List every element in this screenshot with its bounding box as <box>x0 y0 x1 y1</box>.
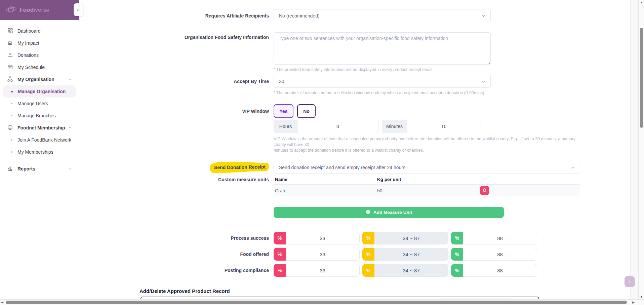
sidebar-item-my-organisation[interactable]: My Organisation <box>0 73 79 85</box>
horizontal-scrollbar-thumb[interactable] <box>6 301 627 304</box>
vip-window-row: VIP Window Yes No <box>79 104 630 118</box>
bullet-icon <box>11 115 12 116</box>
sidebar-item-label: Join A FoodBank Network <box>17 137 71 143</box>
hours-label: Hours <box>274 120 297 133</box>
low-threshold-input[interactable] <box>286 264 360 277</box>
sidebar-collapse-button[interactable]: « <box>74 3 83 16</box>
mid-threshold-input[interactable] <box>374 264 448 277</box>
chevron-down-icon <box>481 14 486 19</box>
sidebar-header: Foodiverse « <box>0 0 79 20</box>
column-header-name: Name <box>275 177 377 182</box>
sidebar-item-reports[interactable]: Reports <box>0 163 79 175</box>
sidebar: Foodiverse « Dashboard My Impact Donatio… <box>0 0 79 299</box>
bullet-icon <box>11 139 12 141</box>
mid-threshold-group: % <box>362 232 448 244</box>
vip-hours-group: Hours <box>274 120 378 133</box>
bullet-icon <box>11 151 12 153</box>
brand-logo: Foodiverse <box>5 5 49 15</box>
scroll-to-top-button[interactable]: ↑ <box>625 276 635 287</box>
sidebar-item-foodnet-membership[interactable]: Foodnet Membership <box>0 122 79 134</box>
vip-hint-line2: minutes to accept the donation before it… <box>274 148 583 153</box>
sidebar-nav: Dashboard My Impact Donations My Schedul… <box>0 20 79 175</box>
chevron-up-icon <box>68 125 72 131</box>
sidebar-item-my-impact[interactable]: My Impact <box>0 37 79 49</box>
vertical-scrollbar[interactable]: ▲ ▼ <box>638 0 644 299</box>
requires-affiliate-select[interactable]: No (recommended) <box>274 9 491 22</box>
food-safety-textarea[interactable] <box>274 32 491 65</box>
plus-circle-icon <box>365 209 371 216</box>
scroll-right-arrow-icon[interactable]: ▶ <box>632 301 635 304</box>
horizontal-scrollbar[interactable]: ◀ ▶ <box>0 299 644 305</box>
high-threshold-input[interactable] <box>463 248 537 261</box>
mid-threshold-input[interactable] <box>374 248 448 261</box>
scroll-up-arrow-icon[interactable]: ▲ <box>639 1 644 4</box>
bullet-icon <box>11 91 13 92</box>
percent-badge: % <box>274 232 286 244</box>
sidebar-item-my-schedule[interactable]: My Schedule <box>0 61 79 73</box>
mid-threshold-group: % <box>362 264 448 277</box>
percent-badge: % <box>362 264 374 277</box>
sidebar-item-label: My Impact <box>17 40 39 46</box>
accept-by-time-value: 30 <box>279 79 284 84</box>
vertical-scrollbar-thumb[interactable] <box>640 28 643 128</box>
sidebar-item-label: My Memberships <box>17 149 53 155</box>
sidebar-item-my-memberships[interactable]: My Memberships <box>0 146 79 158</box>
high-threshold-input[interactable] <box>463 264 537 277</box>
vip-window-hint: VIP Window is the amount of time that a … <box>274 136 583 153</box>
add-measure-unit-label: Add Measure Unit <box>373 210 412 215</box>
send-receipt-value: Send donation receipt and send empty rec… <box>279 165 405 170</box>
high-threshold-input[interactable] <box>463 232 537 244</box>
sidebar-item-join-foodbank-network[interactable]: Join A FoodBank Network <box>0 134 79 146</box>
requires-affiliate-row: Requires Affiliate Recipients No (recomm… <box>79 9 630 22</box>
org-tree-icon <box>7 76 13 83</box>
approved-product-heading: Add/Delete Approved Product Record <box>139 288 630 294</box>
scroll-down-arrow-icon[interactable]: ▼ <box>639 295 644 299</box>
sidebar-item-dashboard[interactable]: Dashboard <box>0 25 79 37</box>
low-threshold-input[interactable] <box>286 232 360 244</box>
bar-chart-icon <box>7 165 13 173</box>
mid-threshold-input[interactable] <box>374 232 448 244</box>
chevron-down-icon <box>571 165 575 171</box>
sidebar-item-label: Manage Organisation <box>18 89 66 94</box>
chevron-up-icon <box>68 77 72 83</box>
scroll-left-arrow-icon[interactable]: ◀ <box>1 301 3 304</box>
sidebar-item-manage-users[interactable]: Manage Users <box>0 98 79 110</box>
percent-badge: % <box>451 264 463 277</box>
column-header-actions <box>480 177 580 182</box>
sidebar-item-label: Manage Users <box>17 101 48 106</box>
requires-affiliate-value: No (recommended) <box>279 13 320 18</box>
low-threshold-group: % <box>274 248 360 261</box>
brand-name: Foodiverse <box>19 7 49 13</box>
low-threshold-input[interactable] <box>286 248 360 261</box>
dashboard-icon <box>7 28 13 35</box>
vip-yes-button[interactable]: Yes <box>274 104 293 118</box>
delete-measure-unit-button[interactable] <box>480 186 489 195</box>
accept-by-time-label: Accept By Time <box>79 79 274 84</box>
sidebar-item-donations[interactable]: Donations <box>0 49 79 61</box>
food-safety-label: Organisation Food Safety Information <box>79 32 274 40</box>
measure-units-label: Custom measure units <box>79 176 274 182</box>
sidebar-item-label: Reports <box>17 166 35 171</box>
minutes-input[interactable] <box>407 120 481 133</box>
sidebar-item-manage-branches[interactable]: Manage Branches <box>0 110 79 122</box>
sidebar-item-manage-organisation[interactable]: Manage Organisation <box>3 85 76 98</box>
food-offered-row: Food offered % % % <box>79 248 630 261</box>
measure-units-table: Name Kg per unit Crate 50 <box>274 176 580 196</box>
percent-badge: % <box>274 248 286 261</box>
add-measure-unit-button[interactable]: Add Measure Unit <box>274 207 504 218</box>
hours-input[interactable] <box>297 120 378 133</box>
page-gutter <box>630 0 638 299</box>
vip-time-row: Hours Minutes <box>79 120 630 133</box>
impact-icon <box>7 40 13 47</box>
sidebar-item-label: My Schedule <box>17 65 45 70</box>
percent-badge: % <box>362 248 374 261</box>
arrow-up-icon: ↑ <box>629 279 631 284</box>
accept-by-time-select[interactable]: 30 <box>274 75 491 88</box>
send-receipt-select[interactable]: Send donation receipt and send empty rec… <box>274 161 580 174</box>
vip-no-button[interactable]: No <box>297 104 316 118</box>
send-receipt-highlighted-label: Send Donation Receipt <box>210 163 269 172</box>
brand-light: iverse <box>34 7 49 13</box>
send-receipt-label-wrap: Send Donation Receipt <box>79 163 274 171</box>
chevron-down-icon <box>68 166 72 172</box>
percent-badge: % <box>274 264 286 277</box>
